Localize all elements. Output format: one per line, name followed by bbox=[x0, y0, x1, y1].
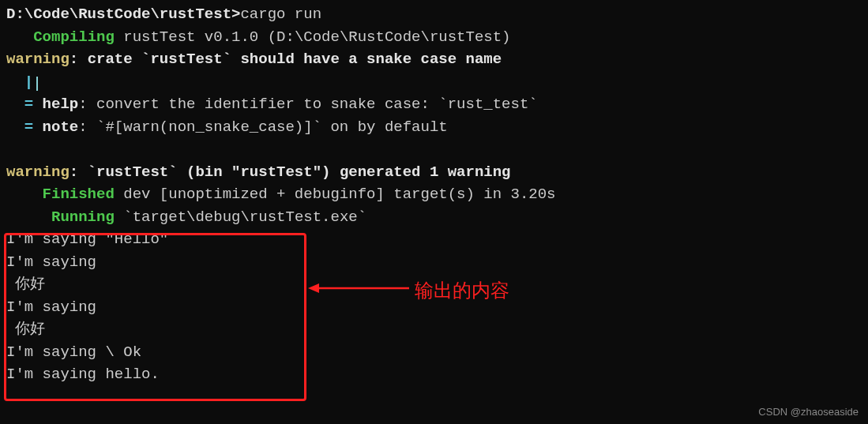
cursor-icon bbox=[36, 77, 38, 91]
watermark-text: CSDN @zhaoseaside bbox=[758, 404, 859, 420]
finished-label: Finished bbox=[43, 186, 115, 203]
terminal-line-note: = note: `#[warn(non_snake_case)]` on by … bbox=[6, 116, 862, 139]
terminal-line-prompt: D:\Code\RustCode\rustTest>cargo run bbox=[6, 3, 862, 26]
finished-text: dev [unoptimized + debuginfo] target(s) … bbox=[115, 186, 556, 203]
output-line: 你好 bbox=[6, 318, 862, 341]
warning2-text: : `rustTest` (bin "rustTest") generated … bbox=[70, 163, 511, 181]
help-eq: = bbox=[6, 96, 43, 113]
terminal-line-warning2: warning: `rustTest` (bin "rustTest") gen… bbox=[6, 161, 862, 184]
pipe-char: | bbox=[6, 73, 33, 91]
note-text: : `#[warn(non_snake_case)]` on by defaul… bbox=[78, 118, 447, 136]
compiling-label: Compiling bbox=[33, 28, 115, 46]
warning2-label: warning bbox=[6, 163, 70, 181]
output-line: I'm saying bbox=[6, 251, 862, 274]
warning1-text: : crate `rustTest` should have a snake c… bbox=[70, 51, 502, 68]
terminal-line-help: = help: convert the identifier to snake … bbox=[6, 93, 862, 116]
terminal-line-compiling: Compiling rustTest v0.1.0 (D:\Code\RustC… bbox=[6, 26, 862, 49]
prompt-path: D:\Code\RustCode\rustTest> bbox=[6, 6, 240, 23]
terminal-blank-line bbox=[6, 138, 862, 161]
terminal-line-finished: Finished dev [unoptimized + debuginfo] t… bbox=[6, 183, 862, 206]
command-text: cargo run bbox=[240, 6, 321, 23]
note-eq: = bbox=[6, 118, 43, 136]
note-label: note bbox=[43, 118, 79, 136]
terminal-line-running: Running `target\debug\rustTest.exe` bbox=[6, 206, 862, 229]
help-label: help bbox=[43, 96, 79, 113]
warning1-label: warning bbox=[6, 51, 70, 68]
annotation-label: 输出的内容 bbox=[415, 276, 509, 305]
terminal-line-warning1: warning: crate `rustTest` should have a … bbox=[6, 48, 862, 71]
output-line: I'm saying \ Ok bbox=[6, 341, 862, 364]
help-text: : convert the identifier to snake case: … bbox=[78, 96, 538, 113]
running-text: `target\debug\rustTest.exe` bbox=[115, 208, 366, 226]
compiling-text: rustTest v0.1.0 (D:\Code\RustCode\rustTe… bbox=[115, 28, 511, 46]
output-line: I'm saying hello. bbox=[6, 363, 862, 386]
running-label: Running bbox=[51, 208, 115, 226]
output-line: I'm saying "Hello" bbox=[6, 228, 862, 251]
terminal-line-pipe: | bbox=[6, 71, 862, 94]
